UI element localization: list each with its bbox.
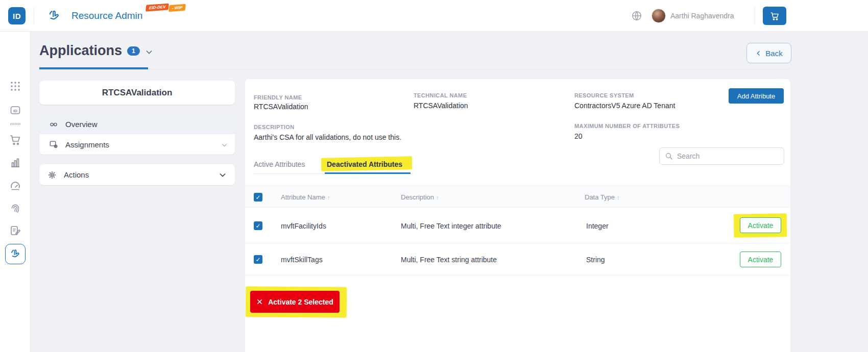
table-row: ✓ mvftFacilityIds Multi, Free Text integ… [245, 208, 790, 243]
column-label: Data Type [585, 193, 615, 201]
apps-grid-icon[interactable] [9, 80, 21, 92]
link-icon [49, 119, 59, 130]
header-divider [34, 7, 34, 24]
search-box [659, 147, 784, 165]
assignments-icon [49, 139, 59, 149]
env-badge-wip: - WIP [168, 4, 186, 12]
app-title: Resource Admin [71, 0, 142, 32]
resource-admin-nav-active[interactable] [5, 244, 26, 264]
actions-label: Actions [64, 170, 211, 179]
bulk-action-label: Activate 2 Selected [268, 298, 333, 306]
chevron-down-icon [221, 141, 228, 148]
tab-active-attributes[interactable]: Active Attributes [254, 154, 305, 174]
description-value: Aarthi's CSA for all validations, do not… [254, 133, 401, 141]
page-title: Applications [39, 43, 122, 59]
application-name: RTCSAValidation [102, 88, 173, 98]
globe-icon[interactable] [631, 10, 642, 21]
attributes-tabs: Active Attributes Deactivated Attributes [254, 154, 413, 174]
wordmark-icon [9, 119, 21, 124]
cart-nav-icon[interactable] [9, 134, 21, 146]
attribute-name-cell: mvftSkillTags [281, 256, 323, 264]
header-rule [39, 69, 790, 69]
bar-chart-icon[interactable] [9, 157, 21, 169]
column-label: Attribute Name [281, 193, 325, 201]
technical-name-value: RTCSAValidation [414, 102, 468, 110]
menu-item-assignments[interactable]: Assignments [39, 134, 235, 155]
add-attribute-button[interactable]: Add Attribute [729, 88, 784, 104]
friendly-name-value: RTCSAValidation [254, 103, 308, 111]
row-checkbox[interactable]: ✓ [254, 221, 262, 230]
table-row: ✓ mvftSkillTags Multi, Free Text string … [245, 243, 790, 275]
technical-name-label: TECHNICAL NAME [414, 92, 467, 98]
svg-text:ID: ID [13, 109, 17, 113]
row-checkbox[interactable]: ✓ [254, 255, 262, 264]
actions-dropdown[interactable]: Actions [39, 164, 235, 185]
check-icon: ✓ [255, 222, 260, 230]
id-product-icon[interactable]: ID [9, 104, 21, 116]
search-icon [665, 152, 673, 160]
description-cell: Multi, Free Text string attribute [401, 256, 497, 264]
resource-admin-icon [47, 9, 61, 23]
column-attribute-name[interactable]: Attribute Name↑ [281, 186, 330, 208]
application-detail-card: Add Attribute FRIENDLY NAME RTCSAValidat… [245, 79, 790, 352]
attribute-name-cell: mvftFacilityIds [281, 222, 326, 230]
sort-asc-icon: ↑ [327, 194, 330, 200]
select-all-checkbox[interactable]: ✓ [254, 193, 262, 202]
sort-asc-icon: ↑ [436, 194, 439, 200]
active-tab-underline [325, 172, 411, 174]
resource-system-label: RESOURCE SYSTEM [574, 92, 634, 98]
x-icon [256, 298, 263, 305]
column-data-type[interactable]: Data Type↑ [585, 186, 620, 208]
gauge-icon[interactable] [9, 180, 21, 192]
check-icon: ✓ [255, 256, 260, 263]
back-button[interactable]: Back [746, 43, 791, 63]
friendly-name-label: FRIENDLY NAME [254, 94, 302, 100]
data-type-cell: String [586, 256, 605, 264]
menu-item-label: Assignments [65, 140, 109, 149]
top-bar: ID Resource Admin EID-DEV - WIP Aarthi R… [0, 0, 868, 32]
cart-button[interactable] [763, 7, 786, 25]
chevron-down-icon[interactable] [145, 48, 153, 56]
header-divider [755, 7, 755, 24]
description-label: DESCRIPTION [254, 124, 295, 130]
env-badge-eid-dev: EID-DEV [146, 3, 169, 11]
activate-selected-button[interactable]: Activate 2 Selected [250, 291, 340, 313]
tab-label: Active Attributes [254, 160, 305, 168]
resource-admin-icon [9, 248, 21, 260]
column-label: Description [401, 193, 434, 201]
column-description[interactable]: Description↑ [401, 186, 439, 208]
application-menu: Overview Assignments [39, 114, 235, 155]
app-logo[interactable]: ID [8, 7, 26, 24]
fingerprint-icon[interactable] [9, 202, 21, 214]
bulk-action-area: Activate 2 Selected [246, 287, 347, 318]
max-attributes-label: MAXIMUM NUMBER OF ATTRIBUTES [574, 123, 680, 129]
description-cell: Multi, Free Text integer attribute [401, 222, 501, 230]
gear-icon [47, 170, 57, 180]
data-type-cell: Integer [586, 222, 609, 230]
active-tab-underline [39, 67, 148, 69]
max-attributes-value: 20 [574, 132, 583, 140]
app-window: ID Resource Admin EID-DEV - WIP Aarthi R… [0, 0, 868, 352]
chevron-down-icon [219, 171, 227, 179]
menu-item-overview[interactable]: Overview [39, 114, 235, 134]
table-header: ✓ Attribute Name↑ Description↑ Data Type… [245, 186, 790, 208]
menu-item-label: Overview [65, 120, 98, 129]
tab-label: Deactivated Attributes [327, 160, 402, 168]
applications-count-badge[interactable]: 1 [127, 46, 140, 56]
activate-button[interactable]: Activate [740, 252, 781, 267]
activate-button[interactable]: Activate [740, 217, 781, 233]
document-edit-icon[interactable] [9, 224, 21, 237]
resource-system-value: ContractorsV5 Azure AD Tenant [574, 102, 675, 110]
tab-deactivated-attributes[interactable]: Deactivated Attributes [327, 154, 402, 174]
page-header: Applications 1 [39, 43, 153, 59]
icon-sidebar: ID [0, 32, 31, 352]
chevron-left-icon [755, 50, 762, 57]
search-input[interactable] [677, 152, 779, 160]
cart-icon [770, 11, 780, 21]
sort-asc-icon: ↑ [617, 194, 620, 200]
check-icon: ✓ [255, 194, 260, 201]
user-name: Aarthi Raghavendra [670, 0, 734, 32]
avatar[interactable] [652, 9, 666, 23]
back-label: Back [765, 49, 782, 58]
application-name-card: RTCSAValidation [39, 81, 235, 105]
